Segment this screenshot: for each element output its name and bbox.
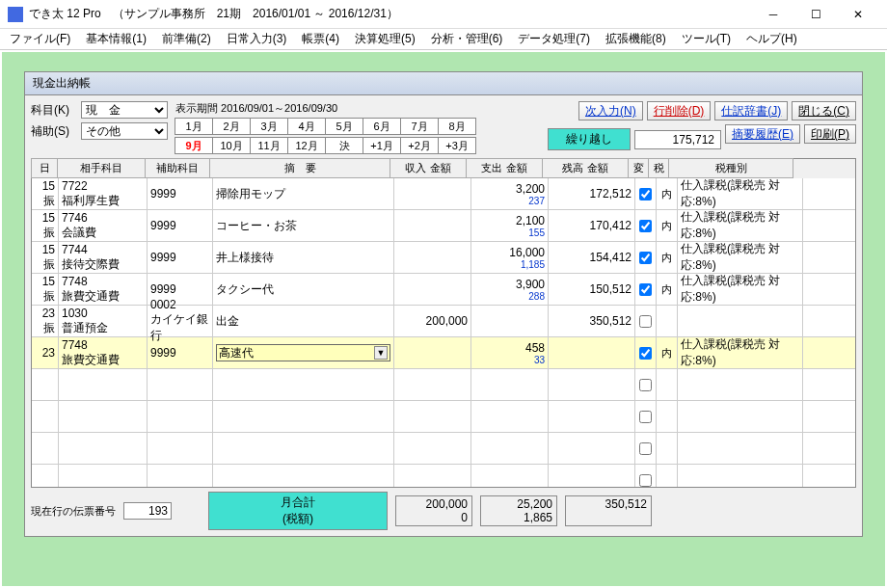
- table-row[interactable]: [32, 369, 855, 401]
- col-sub: 補助科目: [145, 158, 210, 178]
- month-button[interactable]: +3月: [438, 137, 476, 154]
- menu-item[interactable]: 分析・管理(6): [425, 29, 509, 49]
- month-button[interactable]: 6月: [363, 118, 401, 135]
- table-row[interactable]: 15振7722福利厚生費9999掃除用モップ3,200237172,512内仕入…: [32, 178, 855, 210]
- month-button[interactable]: 11月: [250, 137, 288, 154]
- month-button[interactable]: 8月: [438, 118, 476, 135]
- total-income: 200,0000: [395, 495, 472, 526]
- menu-item[interactable]: 基本情報(1): [80, 29, 152, 49]
- change-checkbox[interactable]: [639, 411, 652, 423]
- subject-label: 科目(K): [31, 102, 77, 119]
- dropdown-icon[interactable]: ▼: [374, 346, 388, 360]
- content-area: 現金出納帳 科目(K) 現 金 補助(S) その他 表示期間 2016/09/0…: [2, 52, 885, 586]
- month-button[interactable]: 10月: [212, 137, 251, 154]
- month-button[interactable]: 12月: [287, 137, 326, 154]
- cash-book-panel: 現金出納帳 科目(K) 現 金 補助(S) その他 表示期間 2016/09/0…: [24, 71, 863, 537]
- total-balance: 350,512: [565, 495, 652, 526]
- table-row[interactable]: 15振7744接待交際費9999井上様接待16,0001,185154,412内…: [32, 242, 855, 274]
- app-icon: [8, 7, 23, 22]
- carry-over-value: 175,712: [634, 130, 721, 149]
- change-checkbox[interactable]: [639, 283, 652, 296]
- next-input-button[interactable]: 次入力(N): [578, 101, 643, 120]
- table-row[interactable]: 237748旅費交通費9999高速代▼45833内仕入課税(課税売 対応:8%): [32, 337, 855, 369]
- change-checkbox[interactable]: [639, 252, 652, 264]
- col-income: 収入 金額: [390, 158, 467, 178]
- ledger-grid: 日 相手科目 補助科目 摘 要 収入 金額 支出 金額 残高 金額 変 税 税種…: [31, 158, 856, 488]
- col-expense: 支出 金額: [466, 158, 543, 178]
- aux-select[interactable]: その他: [81, 122, 168, 140]
- desc-history-button[interactable]: 摘要履歴(E): [725, 124, 800, 144]
- window-title: でき太 12 Pro （サンプル事務所 21期 2016/01/01 ～ 201…: [29, 6, 752, 22]
- close-button[interactable]: ✕: [837, 1, 879, 28]
- slip-number-label: 現在行の伝票番号: [31, 504, 116, 519]
- grid-body[interactable]: 15振7722福利厚生費9999掃除用モップ3,200237172,512内仕入…: [32, 178, 855, 487]
- aux-label: 補助(S): [31, 123, 77, 140]
- change-checkbox[interactable]: [639, 220, 652, 232]
- maximize-button[interactable]: ☐: [794, 1, 837, 28]
- journal-dict-button[interactable]: 仕訳辞書(J): [714, 101, 788, 120]
- change-checkbox[interactable]: [639, 474, 652, 487]
- table-row[interactable]: 15振7746会議費9999コーヒー・お茶2,100155170,412内仕入課…: [32, 210, 855, 242]
- change-checkbox[interactable]: [639, 188, 652, 200]
- month-button[interactable]: 4月: [287, 118, 326, 135]
- month-button[interactable]: 3月: [250, 118, 288, 135]
- carry-over-label: 繰り越し: [548, 128, 631, 150]
- menu-item[interactable]: データ処理(7): [512, 29, 596, 49]
- month-button[interactable]: 2月: [212, 118, 251, 135]
- menu-item[interactable]: ファイル(F): [4, 29, 76, 49]
- change-checkbox[interactable]: [639, 347, 652, 360]
- delete-row-button[interactable]: 行削除(D): [647, 101, 712, 120]
- table-row[interactable]: [32, 433, 855, 465]
- close-panel-button[interactable]: 閉じる(C): [792, 101, 856, 120]
- panel-title: 現金出納帳: [25, 72, 862, 95]
- description-input[interactable]: 高速代▼: [216, 344, 390, 361]
- col-balance: 残高 金額: [542, 158, 629, 178]
- print-button[interactable]: 印刷(P): [804, 124, 856, 144]
- menu-item[interactable]: ツール(T): [676, 29, 737, 49]
- col-taxtype: 税種別: [668, 158, 793, 178]
- month-button[interactable]: +1月: [363, 137, 401, 154]
- titlebar: でき太 12 Pro （サンプル事務所 21期 2016/01/01 ～ 201…: [0, 0, 887, 29]
- month-button[interactable]: 5月: [325, 118, 363, 135]
- menu-item[interactable]: ヘルプ(H): [740, 29, 803, 49]
- menubar: ファイル(F)基本情報(1)前準備(2)日常入力(3)帳票(4)決算処理(5)分…: [0, 29, 887, 50]
- table-row[interactable]: [32, 465, 855, 487]
- month-button[interactable]: +2月: [400, 137, 439, 154]
- col-desc: 摘 要: [209, 158, 390, 178]
- col-day: 日: [31, 158, 58, 178]
- menu-item[interactable]: 前準備(2): [156, 29, 217, 49]
- menu-item[interactable]: 拡張機能(8): [600, 29, 672, 49]
- change-checkbox[interactable]: [639, 379, 652, 391]
- table-row[interactable]: 23振1030普通預金0002カイケイ銀行出金200,000350,512: [32, 306, 855, 337]
- month-total-label: 月合計(税額): [208, 492, 388, 530]
- month-button[interactable]: 7月: [400, 118, 439, 135]
- period-label: 表示期間 2016/09/01～2016/09/30: [175, 101, 476, 116]
- col-account: 相手科目: [57, 158, 146, 178]
- subject-select[interactable]: 現 金: [81, 101, 168, 119]
- month-button[interactable]: 決: [325, 137, 363, 154]
- month-button[interactable]: 1月: [175, 118, 213, 135]
- month-button[interactable]: 9月: [175, 137, 213, 154]
- menu-item[interactable]: 日常入力(3): [221, 29, 293, 49]
- col-tax: 税: [648, 158, 669, 178]
- menu-item[interactable]: 決算処理(5): [349, 29, 421, 49]
- change-checkbox[interactable]: [639, 315, 652, 328]
- slip-number-value: 193: [123, 502, 172, 520]
- table-row[interactable]: [32, 401, 855, 433]
- col-change: 変: [628, 158, 649, 178]
- minimize-button[interactable]: ─: [752, 1, 794, 28]
- total-expense: 25,2001,865: [480, 495, 557, 526]
- menu-item[interactable]: 帳票(4): [296, 29, 345, 49]
- change-checkbox[interactable]: [639, 442, 652, 455]
